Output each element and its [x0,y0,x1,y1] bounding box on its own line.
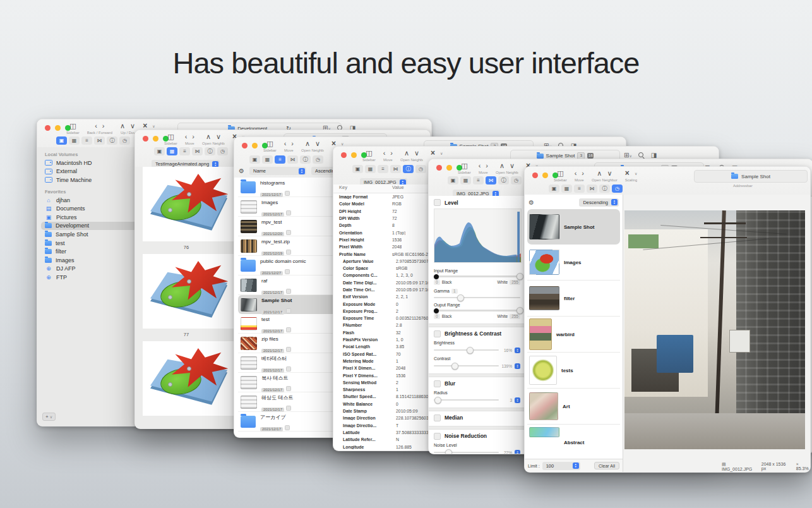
up-icon[interactable]: ∧ [305,140,310,148]
median-checkbox[interactable] [434,414,441,421]
list-view-icon[interactable]: ≡ [473,176,484,184]
brightness-stepper[interactable]: ▴▾ [515,348,520,353]
back-icon[interactable]: ‹ [575,169,577,178]
pair-view-icon[interactable]: ▦ [167,147,177,155]
scaling-control[interactable]: ×∨ [431,149,443,157]
list-view-icon[interactable]: ≡ [179,147,190,155]
up-icon[interactable]: ∧ [404,149,409,157]
forward-icon[interactable]: › [390,149,393,157]
sidebar-toggle[interactable]: ◫ Sidebar [458,162,471,174]
down-icon[interactable]: ∨ [414,149,419,157]
list-view-icon[interactable]: ≡ [81,136,92,145]
history-view-icon[interactable]: ◷ [313,155,323,164]
down-icon[interactable]: ∨ [510,162,515,170]
filter-view-icon[interactable]: ⋈ [287,155,298,164]
up-icon[interactable]: ∧ [597,169,602,178]
back-icon[interactable]: ‹ [479,162,481,170]
forward-icon[interactable]: › [192,133,194,141]
filter-view-icon[interactable]: ⋈ [587,184,597,193]
clear-all-button[interactable]: Clear All [594,462,619,469]
white-value[interactable]: 255 [510,280,520,285]
gamma-slider[interactable] [434,297,520,299]
noise-level-stepper[interactable]: ▴▾ [515,450,520,454]
sidebar-item[interactable]: DJ AFP [37,265,141,274]
back-icon[interactable]: ‹ [284,140,287,148]
history-view-icon[interactable]: ◷ [415,165,426,173]
filter-view-icon[interactable]: ⋈ [94,136,105,145]
pair-view-icon[interactable]: ▦ [69,136,80,145]
sidebar-item[interactable]: Documents [37,204,141,213]
history-item[interactable]: Art Dancer on the Stage.jpg Dec 22, 2021… [527,389,620,425]
filter-view-icon[interactable]: ⋈ [192,147,203,155]
sidebar-item[interactable]: Macintosh HD ▴ [37,159,141,167]
history-item[interactable]: filter PICT0047.jpeg Dec 29, 2021 9:15:5… [527,281,620,317]
pair-view-icon[interactable]: ▦ [561,184,572,193]
gear-icon[interactable]: ⚙ [528,199,534,206]
thumbnail-view-icon[interactable]: ▣ [352,165,363,173]
contrast-stepper[interactable]: ▴▾ [515,363,520,369]
sidebar-item[interactable]: filter [37,247,141,256]
radius-stepper[interactable]: ▴▾ [515,397,520,403]
pair-view-icon[interactable]: ▦ [365,165,376,173]
brightness-contrast-checkbox[interactable] [434,330,441,337]
blur-checkbox[interactable] [434,380,441,387]
down-icon[interactable]: ∨ [315,140,320,148]
history-item[interactable]: warbird 13.jpg Dec 29, 2021 9:07:00 AM [527,317,620,353]
search-icon[interactable] [638,152,645,159]
sidebar-toggle[interactable]: ◫ Sidebar [66,122,80,135]
column-value[interactable]: Value [392,184,404,193]
info-view-icon[interactable]: ⓘ [498,176,509,184]
view-mode-button[interactable]: ⊞∨ [624,152,632,159]
thumbnail-view-icon[interactable]: ▣ [154,147,165,155]
up-icon[interactable]: ∧ [206,133,211,141]
pair-view-icon[interactable]: ▦ [262,155,273,164]
up-icon[interactable]: ∧ [499,162,505,170]
sidebar-item[interactable]: Development [41,222,137,231]
history-view-icon[interactable]: ◷ [612,184,623,193]
contrast-slider[interactable] [434,365,499,367]
list-view-icon[interactable]: ≡ [574,184,585,193]
thumbnail-view-icon[interactable]: ▣ [448,176,458,184]
output-range-slider[interactable] [434,310,520,311]
sidebar-toggle[interactable]: ◫ Sidebar [554,169,567,182]
sidebar-item[interactable]: Pictures [37,213,141,222]
sort-field-select[interactable]: Name ▴▾ [249,167,306,175]
history-view-icon[interactable]: ◷ [119,136,130,145]
sort-order-select[interactable]: Descending ▴▾ [579,198,619,207]
photo-image[interactable] [624,210,805,449]
sidebar-item[interactable]: Sample Shot [37,230,141,239]
addressbar-field[interactable]: Sample Shot [694,170,808,183]
back-icon[interactable]: ‹ [383,149,386,157]
pair-view-icon[interactable]: ▦ [460,176,471,184]
input-range-slider[interactable] [434,275,520,277]
history-item[interactable]: Abstract [527,425,620,459]
back-icon[interactable]: ‹ [95,122,97,130]
white-value[interactable]: 255 [510,314,520,319]
down-icon[interactable]: ∨ [216,133,221,141]
page-image[interactable] [143,341,237,416]
page-image[interactable] [143,254,237,329]
forward-icon[interactable]: › [486,162,488,170]
info-view-icon[interactable]: ⓘ [403,165,414,173]
history-view-icon[interactable]: ◷ [217,147,228,155]
limit-select[interactable]: 100 ▴▾ [542,462,580,470]
down-icon[interactable]: ∨ [607,169,612,178]
sidebar-item[interactable]: Time Machine ▴ [37,176,141,184]
sidebar-item[interactable]: Images [37,256,141,265]
history-view-icon[interactable]: ◷ [511,176,522,184]
filter-view-icon[interactable]: ⋈ [390,165,401,173]
sidebar-item[interactable]: djhan [37,196,141,205]
thumbnail-view-icon[interactable]: ▣ [249,155,260,164]
list-view-icon[interactable]: ≡ [275,155,285,164]
info-view-icon[interactable]: ⓘ [300,155,311,164]
info-view-icon[interactable]: ⓘ [205,147,215,155]
brightness-slider[interactable] [434,349,499,351]
down-icon[interactable]: ∨ [130,122,135,130]
gamma-value[interactable]: 1 [451,289,458,294]
thumbnail-view-icon[interactable]: ▣ [56,136,67,145]
gear-icon[interactable]: ⚙ [239,167,244,174]
list-view-icon[interactable]: ≡ [378,165,388,173]
info-view-icon[interactable]: ⓘ [599,184,610,193]
page-image[interactable] [143,167,237,241]
info-view-icon[interactable]: ⓘ [107,136,117,145]
